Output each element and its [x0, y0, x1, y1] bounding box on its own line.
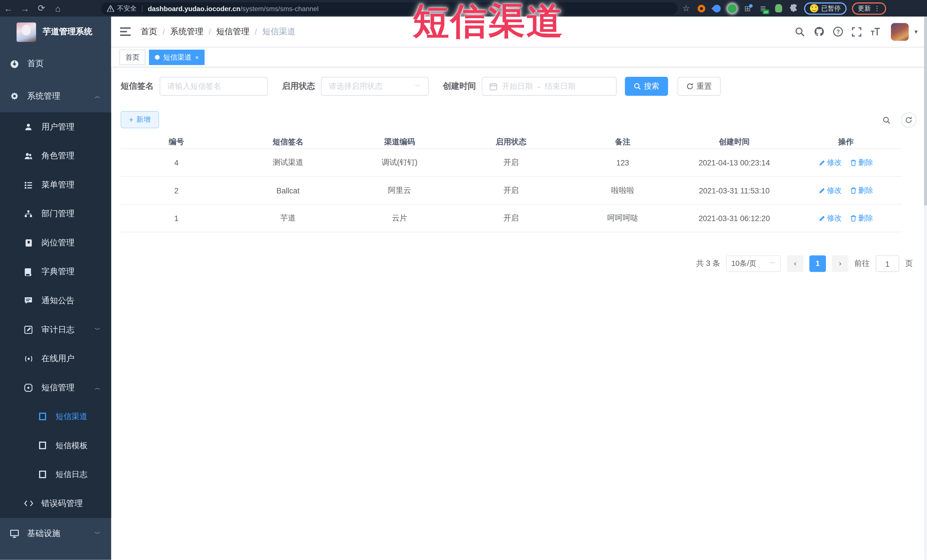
sign-placeholder: 请输入短信签名 [167, 81, 221, 91]
column-header: 短信签名 [232, 135, 344, 148]
sidebar-item-infra[interactable]: 基础设施 ﹀ [0, 518, 111, 550]
cell-remark: 123 [567, 149, 678, 176]
github-icon[interactable] [810, 22, 828, 41]
sidebar-item-label: 基础设施 [27, 528, 60, 539]
sidebar-item-sms-log[interactable]: 短信日志 [0, 460, 111, 489]
chevron-down-icon: ﹀ [415, 82, 421, 90]
table-row: 4 测试渠道 调试(钉钉) 开启 123 2021-04-13 00:23:14… [121, 149, 902, 177]
sidebar-item-menu[interactable]: 菜单管理 [0, 170, 111, 199]
browser-back-icon[interactable]: ← [0, 1, 17, 15]
browser-forward-icon[interactable]: → [17, 1, 33, 15]
browser-menu-kebab-icon[interactable]: ⋮ [874, 5, 880, 12]
sidebar-item-user[interactable]: 用户管理 [0, 112, 111, 141]
svg-text:?: ? [836, 29, 839, 35]
pagination: 共 3 条 10条/页 ﹀ ‹ 1 › 前往 1 页 [696, 255, 913, 272]
header-search-icon[interactable] [790, 22, 810, 41]
sidebar-item-sms[interactable]: 短信管理 ︿ [0, 373, 111, 402]
page-scrollbar[interactable] [924, 17, 927, 560]
trash-icon [850, 215, 857, 222]
sidebar-item-post[interactable]: 岗位管理 [0, 228, 111, 257]
cell-code: 调试(钉钉) [344, 149, 455, 176]
edit-link[interactable]: 修改 [819, 185, 842, 196]
warning-icon [107, 5, 114, 12]
total-count: 共 3 条 [696, 258, 720, 269]
next-page-button[interactable]: › [832, 255, 848, 272]
cell-code: 云片 [344, 205, 455, 232]
sidebar-item-label: 短信模板 [56, 440, 88, 451]
sidebar-item-dict[interactable]: 字典管理 [0, 257, 111, 286]
edit-link[interactable]: 修改 [819, 158, 842, 167]
sidebar-item-sms-template[interactable]: 短信模板 [0, 431, 111, 460]
extension-mascot-icon[interactable] [773, 3, 783, 13]
prev-page-button[interactable]: ‹ [787, 255, 804, 272]
page-1-button[interactable]: 1 [810, 255, 826, 272]
delete-link[interactable]: 删除 [850, 185, 873, 196]
breadcrumb-sms[interactable]: 短信管理 [216, 26, 249, 37]
extension-orange-icon[interactable] [696, 3, 707, 13]
scrollbar-thumb[interactable] [924, 17, 927, 206]
status-placeholder: 请选择启用状态 [329, 81, 383, 91]
edit-link[interactable]: 修改 [819, 213, 842, 223]
extension-grid-icon[interactable]: ⊞ [743, 3, 753, 13]
cell-status: 开启 [455, 177, 567, 204]
toggle-search-icon[interactable] [878, 112, 894, 128]
search-button[interactable]: 搜索 [625, 77, 668, 96]
app-logo-row[interactable]: 芋道管理系统 [0, 17, 111, 47]
date-range-picker[interactable]: 开始日期 - 结束日期 [482, 77, 617, 96]
sidebar-item-role[interactable]: 角色管理 [0, 141, 111, 170]
sidebar-item-home[interactable]: 首页 [0, 47, 111, 80]
browser-reload-icon[interactable]: ⟳ [33, 1, 50, 15]
sidebar-item-dept[interactable]: 部门管理 [0, 199, 111, 228]
sidebar-item-notice[interactable]: 通知公告 [0, 286, 111, 315]
goto-page-input[interactable]: 1 [875, 255, 899, 272]
app-title: 芋道管理系统 [43, 27, 92, 37]
sidebar-item-label: 字典管理 [41, 266, 74, 277]
sidebar-item-audit[interactable]: 审计日志 ﹀ [0, 315, 111, 344]
sidebar-item-sms-channel[interactable]: 短信渠道 [0, 402, 111, 431]
browser-home-icon[interactable]: ⌂ [50, 1, 66, 15]
security-warning[interactable]: 不安全 [107, 4, 137, 13]
sidebar-item-errcode[interactable]: 错误码管理 [0, 489, 111, 518]
extension-list-icon[interactable]: ≣on [758, 3, 768, 13]
extension-green-circle-icon[interactable] [727, 3, 737, 13]
browser-update-chip[interactable]: 更新 ⋮ [852, 2, 886, 15]
tab-home[interactable]: 首页 [120, 50, 146, 65]
delete-link[interactable]: 删除 [850, 158, 873, 167]
page-url: dashboard.yudao.iocoder.cn/system/sms/sm… [148, 5, 319, 12]
trash-icon [850, 187, 857, 194]
address-bar[interactable]: 不安全 dashboard.yudao.iocoder.cn/system/sm… [101, 2, 677, 15]
page-size-select[interactable]: 10条/页 ﹀ [726, 255, 781, 272]
delete-link[interactable]: 删除 [850, 213, 873, 223]
sidebar-item-online[interactable]: 在线用户 [0, 344, 111, 373]
tab-close-icon[interactable]: × [195, 54, 199, 61]
add-button[interactable]: + 新增 [121, 111, 159, 128]
avatar-caret-icon[interactable]: ▼ [913, 29, 919, 35]
sidebar-item-label: 在线用户 [41, 353, 74, 364]
reset-button-label: 重置 [696, 81, 712, 91]
reset-button[interactable]: 重置 [678, 77, 721, 96]
sidebar-toggle-icon[interactable] [118, 24, 132, 39]
sign-input[interactable]: 请输入短信签名 [160, 77, 267, 96]
calendar-icon [489, 82, 497, 90]
extension-blue-icon[interactable] [712, 3, 722, 13]
breadcrumb-system[interactable]: 系统管理 [170, 26, 204, 37]
profile-paused-chip[interactable]: 已暂停 [804, 2, 846, 15]
tags-view-bar: 首页 短信渠道 × [111, 48, 927, 67]
url-domain: dashboard.yudao.iocoder.cn [148, 5, 240, 12]
sms-channel-table: 编号 短信签名 渠道编码 启用状态 备注 创建时间 操作 4 测试渠道 调试(钉… [121, 135, 902, 232]
cell-created: 2021-04-13 00:23:14 [678, 149, 790, 176]
font-size-icon[interactable] [866, 22, 885, 41]
refresh-table-icon[interactable] [901, 112, 916, 128]
help-question-icon[interactable]: ? [828, 22, 847, 41]
fullscreen-icon[interactable] [847, 22, 866, 41]
cell-actions: 修改 删除 [790, 149, 902, 176]
extensions-puzzle-icon[interactable] [789, 3, 799, 13]
update-label: 更新 [858, 4, 871, 12]
user-avatar[interactable] [891, 23, 909, 41]
sidebar-item-system[interactable]: 系统管理 ︿ [0, 80, 111, 112]
app-logo-image [17, 22, 36, 42]
breadcrumb-home[interactable]: 首页 [141, 26, 157, 37]
status-select[interactable]: 请选择启用状态 ﹀ [321, 77, 429, 96]
bookmark-star-icon[interactable]: ☆ [681, 3, 691, 13]
tab-sms-channel[interactable]: 短信渠道 × [149, 50, 205, 65]
